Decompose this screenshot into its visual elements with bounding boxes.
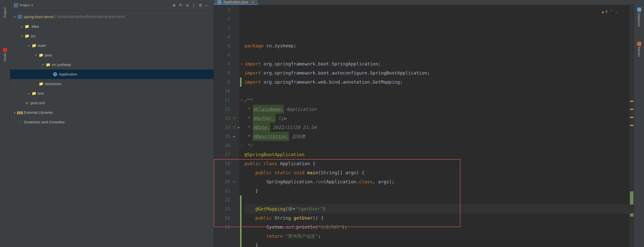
gutter-line[interactable]: 17 <box>214 150 237 159</box>
gutter-line[interactable]: 1 <box>214 5 237 14</box>
tree-row-src[interactable]: ▾📁src <box>10 31 214 41</box>
expand-all-icon[interactable]: ⇱ <box>177 2 184 9</box>
code-line[interactable]: package cn.zysheep; <box>245 41 634 50</box>
tree-arrow-icon[interactable]: ▾ <box>20 34 24 39</box>
fold-icon[interactable]: ⌐ <box>241 78 243 87</box>
collapse-all-icon[interactable]: ⇲ <box>184 2 190 9</box>
code-line[interactable]: } <box>245 241 634 247</box>
tree-arrow-icon[interactable]: ▾ <box>34 53 38 58</box>
tree-arrow-icon[interactable]: ▸ <box>20 24 24 29</box>
gear-icon[interactable]: ⚙ <box>197 2 204 9</box>
code-line[interactable]: @GetMapping(⦿▾"/getUser") <box>245 204 634 214</box>
tree-row-pom-xml[interactable]: mpom.xml <box>10 98 214 108</box>
code-line[interactable]: public static void main(String[] args) { <box>245 168 634 177</box>
gutter-line[interactable]: 14⬡▶ <box>214 123 237 132</box>
redis-tool-button[interactable]: Redis <box>3 48 7 61</box>
gutter-line[interactable]: 20⬡ <box>214 177 237 186</box>
code-line[interactable]: } <box>245 186 634 195</box>
code-line[interactable]: import org.springframework.boot.autoconf… <box>245 68 634 78</box>
tree-arrow-icon[interactable]: ▾ <box>41 62 45 67</box>
gutter-line[interactable]: 2 <box>214 14 237 23</box>
tree-row-test[interactable]: ▸📁test <box>10 89 214 98</box>
gutter-line[interactable]: 19 <box>214 168 237 177</box>
project-panel-title[interactable]: Project ▾ <box>14 3 33 8</box>
gutter-line[interactable]: 3 <box>214 23 237 32</box>
tree-row-spring-boot-demo[interactable]: ▾spring-boot-demo D:\study\code\gulimall… <box>10 12 214 22</box>
chevron-down-icon[interactable]: ⌄ <box>615 7 619 16</box>
gutter-line[interactable]: 16 <box>214 141 237 150</box>
gutter-line[interactable]: 7 <box>214 59 237 68</box>
code-line[interactable] <box>245 50 634 59</box>
gutter-line[interactable]: 9 <box>214 78 237 87</box>
tree-label: java <box>45 52 52 58</box>
gutter-line[interactable]: 23 <box>214 204 237 214</box>
code-token: ; <box>400 78 403 87</box>
gutter-line[interactable]: 11 <box>214 96 237 105</box>
tree-row-java[interactable]: ▾📁java <box>10 50 214 60</box>
locate-icon[interactable]: ⊕ <box>171 2 177 9</box>
tree-row-cn-zysheep[interactable]: ▾📁cn.zysheep <box>10 60 214 69</box>
chevron-up-icon[interactable]: ^ <box>609 7 613 16</box>
code-content[interactable]: ▲ 5 ^ ⌄ package cn.zysheep;⊟import org.s… <box>239 5 634 247</box>
tree-arrow-icon[interactable]: ▾ <box>27 43 31 48</box>
code-line[interactable]: SpringApplication.run(Application.class,… <box>245 177 634 186</box>
tree-arrow-icon[interactable]: ▸ <box>13 110 17 115</box>
gutter-line[interactable]: 15▶ <box>214 132 237 141</box>
code-line[interactable]: public String getUser() { <box>245 214 634 223</box>
code-line[interactable]: System.out.println("分支代码"); <box>245 223 634 232</box>
warning-icon: ▲ <box>602 7 604 16</box>
code-line[interactable]: ⌐ */ <box>245 141 634 150</box>
code-line[interactable]: * @Date: 2022/11/28 21:34 <box>245 123 634 132</box>
run-gutter-icon[interactable]: ▶ <box>232 134 236 138</box>
tab-application-java[interactable]: C Application.java ✕ <box>214 0 258 5</box>
code-token: @Author: <box>253 114 276 123</box>
editor-body[interactable]: 12345678910111213⬡14⬡▶15▶1617181920⬡2122… <box>214 5 634 247</box>
spring-gutter-icon[interactable]: ⬡ <box>232 180 236 184</box>
code-line[interactable]: return "查询用户信息"; <box>245 232 634 241</box>
gutter-line[interactable]: 5 <box>214 41 237 50</box>
project-tree[interactable]: ▾spring-boot-demo D:\study\code\gulimall… <box>10 11 214 247</box>
tree-row-resources[interactable]: 📁resources <box>10 79 214 89</box>
gutter-line[interactable]: 21 <box>214 186 237 195</box>
code-line[interactable]: * @Author: lyw <box>245 114 634 123</box>
spring-gutter-icon[interactable]: ⬡ <box>232 116 236 120</box>
code-line[interactable]: ⌐import org.springframework.web.bind.ann… <box>245 78 634 87</box>
gutter[interactable]: 12345678910111213⬡14⬡▶15▶1617181920⬡2122… <box>214 5 239 247</box>
gutter-line[interactable]: 22 <box>214 195 237 204</box>
tree-arrow-icon[interactable]: ▸ <box>27 91 31 96</box>
gutter-line[interactable]: 13⬡ <box>214 114 237 123</box>
fold-icon[interactable]: ⊟ <box>241 59 243 68</box>
fold-icon[interactable]: ⊟ <box>241 96 243 105</box>
gutter-line[interactable]: 24 <box>214 214 237 223</box>
tree-row-scratches-and-consoles[interactable]: ⬚Scratches and Consoles <box>10 117 214 127</box>
code-line[interactable] <box>245 195 634 204</box>
code-token: package <box>245 41 266 50</box>
gutter-line[interactable]: 12 <box>214 105 237 114</box>
tree-row-application[interactable]: CApplication <box>10 69 214 79</box>
tree-row--idea[interactable]: ▸📁.idea <box>10 22 214 31</box>
gutter-line[interactable]: 4 <box>214 32 237 41</box>
project-tool-button[interactable]: Project <box>3 8 7 18</box>
code-line[interactable]: public class Application { <box>245 159 634 168</box>
close-icon[interactable]: ✕ <box>252 0 254 4</box>
gutter-line[interactable]: 8 <box>214 68 237 78</box>
gutter-line[interactable]: 10 <box>214 87 237 96</box>
tree-row-main[interactable]: ▾📁main <box>10 41 214 50</box>
tree-row-external-libraries[interactable]: ▸▮▮▮External Libraries <box>10 108 214 117</box>
tree-arrow-icon[interactable]: ▾ <box>13 15 17 19</box>
code-line[interactable]: * @Description: 启动类 <box>245 132 634 141</box>
code-line[interactable] <box>245 87 634 96</box>
code-line[interactable]: ⊟/** <box>245 96 634 105</box>
gutter-line[interactable]: 18 <box>214 159 237 168</box>
code-line[interactable]: @SpringBootApplication <box>245 150 634 159</box>
scratches-icon: ⬚ <box>17 119 23 125</box>
gutter-line[interactable]: 6 <box>214 50 237 59</box>
inspection-badge[interactable]: ▲ 5 ^ ⌄ <box>602 7 619 16</box>
fold-icon[interactable]: ⌐ <box>241 141 243 150</box>
hide-icon[interactable]: — <box>204 2 210 9</box>
code-line[interactable]: ⊟import org.springframework.boot.SpringA… <box>245 59 634 68</box>
code-line[interactable]: * @ClassName: Application <box>245 105 634 114</box>
gutter-line[interactable]: 25 <box>214 223 237 232</box>
warning-count: 5 <box>606 7 608 16</box>
spring-run-gutter-icon[interactable]: ⬡▶ <box>232 125 236 129</box>
